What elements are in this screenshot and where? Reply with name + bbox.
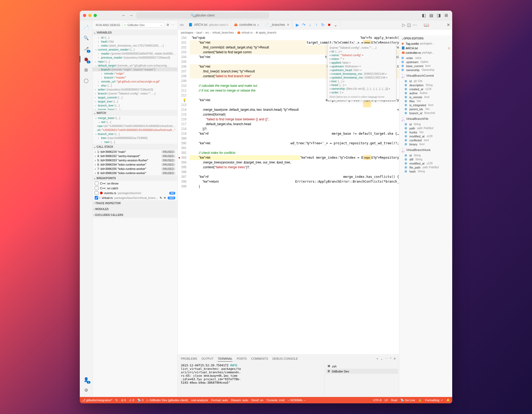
tree-row[interactable]: ⌄current_session_reader: {...}: [93, 47, 177, 51]
command-center[interactable]: 🔍 gitbutler-client: [136, 12, 269, 19]
tree-row[interactable]: ⌄branch_tree: {...}: [93, 132, 177, 136]
gear-icon[interactable]: ⚙: [167, 23, 169, 27]
watch-section-header[interactable]: ⌄ WATCH: [93, 110, 177, 116]
tree-row[interactable]: ›remote: "origin": [93, 71, 177, 75]
outline-item[interactable]: ⊞is_remotebool: [399, 95, 452, 99]
callstack-row[interactable]: ›7: tid=3986335 "tokio-runtime-worker"PA…: [93, 167, 177, 171]
book-icon[interactable]: 📖: [424, 22, 429, 27]
outline-item[interactable]: ⊞created_atu128: [399, 87, 452, 91]
callstack-row[interactable]: ›5: tid=3986333 "sentry-session-flusher"…: [93, 158, 177, 162]
outline-item[interactable]: ⊞base_currentbool: [399, 64, 452, 68]
new-terminal-icon[interactable]: +: [376, 357, 378, 360]
source-control-icon[interactable]: ⎇1: [81, 44, 91, 53]
layout-sidebar-left-icon[interactable]: ◧: [421, 13, 427, 18]
split-icon[interactable]: ◫: [407, 22, 411, 27]
excluded-callers-header[interactable]: › EXCLUDED CALLERS: [93, 212, 177, 218]
breakpoint-row[interactable]: events.rspackages/tauri/src90: [93, 191, 177, 195]
outline-item[interactable]: ⊞hunksVec: [399, 130, 452, 134]
tree-row[interactable]: ›branch: {name:"Tailwind config", notes:…: [93, 91, 177, 95]
panel-tab[interactable]: COMMENTS: [251, 356, 268, 361]
outline-item[interactable]: ⊞filesVec: [399, 99, 452, 103]
outline-item[interactable]: ⌄ 🏷VirtualBranchFile: [399, 115, 452, 122]
open-editor-item[interactable]: 📘ARCH.txtU: [399, 46, 452, 50]
tree-row[interactable]: ⌄oid: {...}: [93, 120, 177, 124]
settings-icon[interactable]: ⚙: [81, 385, 91, 395]
layout-sidebar-right-icon[interactable]: ◨: [436, 13, 442, 18]
search-icon[interactable]: 🔍: [81, 33, 91, 43]
panel-tab[interactable]: TERMINAL: [218, 356, 232, 362]
nav-forward[interactable]: →: [128, 13, 134, 18]
maximize-window[interactable]: [94, 14, 97, 17]
breadcrumb-item[interactable]: 🦀 virtual.rs: [237, 31, 253, 34]
breadcrumb-item[interactable]: src: [205, 31, 209, 34]
edit-icon[interactable]: ✎: [160, 196, 162, 200]
status-item[interactable]: Deref: on: [251, 399, 263, 402]
status-item[interactable]: 🔔: [446, 399, 450, 402]
outline-item[interactable]: ⊞descriptionString: [399, 83, 452, 87]
outline-item[interactable]: ⊞branch_idBranchId: [399, 111, 452, 115]
accounts-icon[interactable]: 👤1: [81, 375, 91, 384]
extensions-icon[interactable]: ⊞: [81, 65, 91, 75]
outline-item[interactable]: ⊞ownershipOwnership: [399, 68, 452, 72]
status-item[interactable]: Rust: [391, 399, 397, 402]
tree-row[interactable]: ›hash: Oid: [93, 39, 177, 43]
breadcrumb[interactable]: packages›tauri›src›virtual_branches›🦀 vi…: [178, 30, 452, 35]
tree-row[interactable]: ›raw: {...}: [93, 140, 177, 144]
open-editors-header[interactable]: ⌄ OPEN EDITORS: [399, 35, 452, 41]
breakpoint-row[interactable]: C++: on throw: [93, 181, 177, 186]
tree-row[interactable]: ›reader: {pointer:0x000000002a68e9760, v…: [93, 51, 177, 55]
open-editor-item[interactable]: ◉Tag.sveltepackages/...: [399, 41, 452, 46]
outline-item[interactable]: ⊞is_integratedbool: [399, 103, 452, 107]
outline-item[interactable]: ⌄ 🏷VirtualBranchHunk: [399, 146, 452, 153]
status-item[interactable]: rust-analyzer: [191, 399, 208, 402]
outline-item[interactable]: ⊞pathpath::PathBuf: [399, 126, 452, 130]
run-debug-icon[interactable]: 🐞1: [81, 54, 91, 64]
trace-inspector-header[interactable]: › TRACE INSPECTOR: [93, 200, 177, 206]
status-item[interactable]: 📡 Go Live: [400, 399, 415, 402]
outline-item[interactable]: ⊞conflictedbool: [399, 138, 452, 142]
outline-item[interactable]: ⊞idString: [399, 153, 452, 157]
tree-row[interactable]: ›branch: "master": [93, 75, 177, 79]
close-window[interactable]: [83, 14, 86, 17]
panel-tab[interactable]: PROBLEMS: [181, 356, 197, 361]
tree-row[interactable]: ›id: {...}: [93, 35, 177, 39]
close-all-icon[interactable]: ✕: [447, 22, 450, 27]
outline-item[interactable]: ⊞diffString: [399, 157, 452, 161]
tree-row[interactable]: ⌄merge_base: {...}: [93, 116, 177, 120]
terminal-item[interactable]: ⚙GitButler Dev: [326, 369, 398, 374]
outline-item[interactable]: ⊞idString: [399, 122, 452, 126]
editor-tab[interactable]: 📄_branches✕: [262, 20, 292, 29]
step-out-button[interactable]: ↑: [314, 22, 319, 27]
status-item[interactable]: UTF-8: [373, 399, 381, 402]
tree-row[interactable]: ›repo: {...}: [93, 59, 177, 63]
breakpoint-checkbox[interactable]: [95, 196, 98, 200]
tree-row[interactable]: ›sha: {...}: [93, 83, 177, 87]
tree-row[interactable]: ›raw: {id:"\U00000017\xb0\U00000013\U000…: [93, 124, 177, 128]
status-item[interactable]: ↻: [115, 399, 118, 402]
minimize-window[interactable]: [88, 14, 92, 17]
variables-section-header[interactable]: ⌄ VARIABLES: [93, 30, 177, 35]
status-item[interactable]: ⚠ 0: [129, 399, 134, 402]
modules-header[interactable]: › MODULES: [93, 206, 177, 212]
tree-row[interactable]: ›writer: {repository:0x0000000017158ad10…: [93, 87, 177, 91]
status-item[interactable]: Format: auto: [211, 399, 228, 402]
status-item[interactable]: 📡 0: [137, 399, 143, 402]
open-editor-item[interactable]: 🦀controller.rspackage...: [399, 50, 452, 55]
outline-item[interactable]: ⊞idgit::Oid: [399, 79, 452, 83]
outline-item[interactable]: ⊞modified_atu128: [399, 134, 452, 138]
status-item[interactable]: -- NORMAL --: [288, 399, 305, 402]
step-over-button[interactable]: ↷: [301, 22, 306, 27]
close-icon[interactable]: ✕: [287, 23, 289, 27]
tree-row[interactable]: ›meta: {start_timestamp_ms:1701704951091…: [93, 43, 177, 47]
breakpoint-checkbox[interactable]: [95, 191, 98, 195]
nav-back[interactable]: ←: [121, 13, 127, 18]
terminal-dropdown-icon[interactable]: ⌄: [380, 357, 383, 360]
panel-tab[interactable]: PORTS: [237, 356, 247, 361]
outline-item[interactable]: ⌄ 🏷VirtualBranchCommit: [399, 72, 452, 79]
restart-button[interactable]: ↻: [320, 22, 326, 27]
tree-row[interactable]: ›remote_url: "git:github.com:schacon/gb-…: [93, 79, 177, 83]
panel-tab[interactable]: OUTPUT: [201, 356, 213, 361]
stop-button[interactable]: ■: [327, 22, 332, 27]
tree-row[interactable]: ⌄branch: {remote:"origin", branch:"maste…: [93, 67, 177, 71]
callstack-row[interactable]: ›1: tid=3986229 "main"PAUSED: [93, 150, 177, 154]
